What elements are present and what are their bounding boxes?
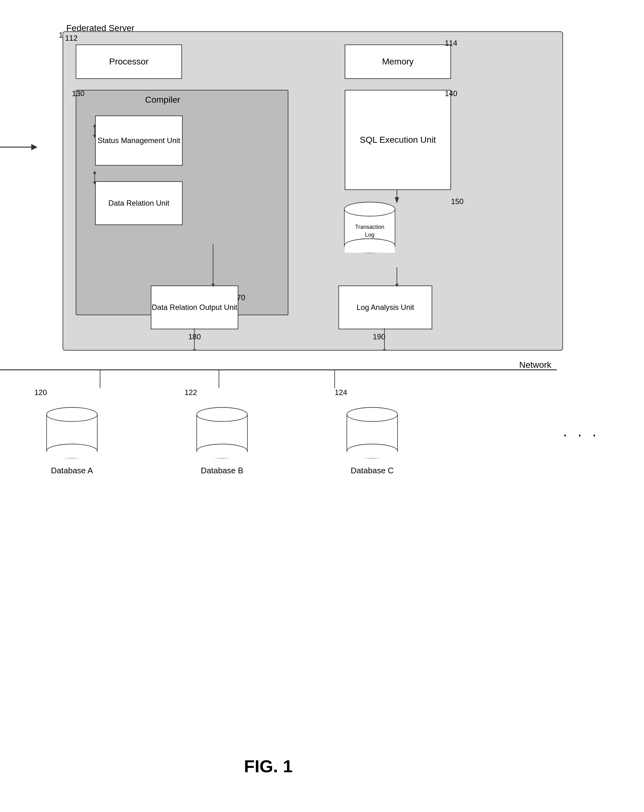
ref-114: 114 xyxy=(445,39,457,47)
database-b-label: Database B xyxy=(201,466,244,476)
svg-text:Log: Log xyxy=(365,232,375,238)
database-c-label: Database C xyxy=(351,466,393,476)
svg-point-1 xyxy=(344,202,395,216)
data-relation-unit-box: Data Relation Unit xyxy=(95,181,183,225)
client-arrow xyxy=(0,136,45,158)
data-relation-output-unit-label: Data Relation Output Unit xyxy=(152,302,237,312)
federated-server-box: Federated Server 112 Processor Memory 11… xyxy=(62,31,563,351)
ref-180: 180 xyxy=(188,333,201,341)
compiler-label: Compiler xyxy=(145,95,180,105)
status-management-unit-box: Status Management Unit xyxy=(95,116,183,166)
svg-marker-26 xyxy=(31,144,38,150)
federated-server-label: Federated Server xyxy=(66,23,134,33)
sql-execution-unit-box: SQL Execution Unit xyxy=(345,90,451,190)
svg-rect-38 xyxy=(347,451,397,458)
diagram-container: 110 Federated Server 112 Processor Memor… xyxy=(25,12,619,795)
ref-150: 150 xyxy=(451,197,464,206)
log-analysis-unit-box: Log Analysis Unit xyxy=(338,285,432,329)
network-label: Network xyxy=(519,360,551,370)
ref-190: 190 xyxy=(373,333,385,341)
fig-label: FIG. 1 xyxy=(244,756,293,776)
ref-130: 130 xyxy=(72,89,84,98)
processor-box: Processor xyxy=(76,44,182,79)
compiler-box: Compiler Status Management Unit Data Rel… xyxy=(76,90,288,315)
ref-140: 140 xyxy=(445,89,457,98)
transaction-log-cylinder: Transaction Log xyxy=(338,198,401,254)
status-management-unit-label: Status Management Unit xyxy=(97,136,180,145)
db-connectors xyxy=(41,369,604,448)
memory-box: Memory xyxy=(345,44,451,79)
log-analysis-unit-label: Log Analysis Unit xyxy=(356,302,414,312)
svg-marker-24 xyxy=(383,350,386,350)
svg-rect-30 xyxy=(47,451,97,458)
database-a-label: Database A xyxy=(51,466,93,476)
svg-rect-3 xyxy=(345,246,395,253)
memory-label: Memory xyxy=(382,56,414,67)
svg-rect-34 xyxy=(197,451,247,458)
processor-label: Processor xyxy=(109,56,149,67)
transaction-log-container: Transaction Log xyxy=(338,198,457,267)
svg-marker-22 xyxy=(193,350,196,350)
data-relation-output-unit-box: Data Relation Output Unit xyxy=(151,285,238,329)
sql-execution-unit-label: SQL Execution Unit xyxy=(360,134,436,145)
svg-text:Transaction: Transaction xyxy=(355,224,384,230)
data-relation-unit-label: Data Relation Unit xyxy=(108,198,169,208)
ref-112: 112 xyxy=(65,34,78,43)
